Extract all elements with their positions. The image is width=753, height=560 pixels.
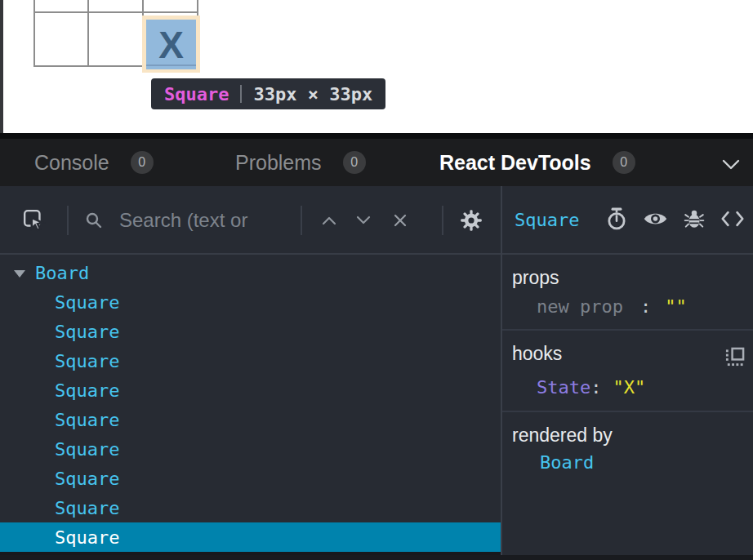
tooltip-separator <box>240 85 242 103</box>
new-prop-row: new prop : "" <box>537 296 753 318</box>
hooks-section: hooks <box>502 331 753 412</box>
inspect-element-icon[interactable] <box>23 209 46 232</box>
tree-row-square-selected[interactable]: Square <box>0 522 501 552</box>
drawer-top-border <box>0 133 753 139</box>
tree-row-board[interactable]: Board <box>0 258 501 287</box>
tree-row-square[interactable]: Square <box>0 464 501 493</box>
tab-problems-badge: 0 <box>343 151 366 174</box>
tab-react-devtools-badge: 0 <box>613 151 635 174</box>
tree-row-label: Square <box>55 469 119 489</box>
devtools-window: X Square 33px × 33px Console 0 Problems … <box>0 0 753 560</box>
tooltip-component-name: Square <box>164 84 229 104</box>
tree-row-square[interactable]: Square <box>0 434 501 464</box>
selected-component-title: Square <box>515 210 579 230</box>
gear-icon[interactable] <box>460 209 483 232</box>
tree-row-label: Square <box>55 498 119 518</box>
react-devtools-panel: Board Square Square Square Square Square… <box>0 186 753 560</box>
state-hook-row: State : "X" <box>537 376 753 399</box>
board-grid-line <box>33 11 198 13</box>
drawer-tabbar: Console 0 Problems 0 React DevTools 0 <box>0 139 753 186</box>
tab-react-devtools-label: React DevTools <box>439 151 591 175</box>
rendered-by-section: rendered by Board <box>502 412 753 502</box>
tree-row-square[interactable]: Square <box>0 317 501 346</box>
element-size-tooltip: Square 33px × 33px <box>151 78 385 109</box>
tree-row-square[interactable]: Square <box>0 405 501 434</box>
parse-hook-names-icon[interactable] <box>724 347 745 371</box>
tooltip-dimensions: 33px × 33px <box>253 84 372 104</box>
square-cell-button[interactable]: X <box>146 20 196 69</box>
page-left-edge <box>0 0 3 133</box>
rendered-by-row: Board <box>540 451 753 474</box>
components-toolbar <box>0 186 501 255</box>
bug-log-data-icon[interactable] <box>684 208 705 233</box>
hooks-label: hooks <box>512 342 753 365</box>
tab-console-label: Console <box>34 151 109 175</box>
props-section: props new prop : "" <box>502 255 753 331</box>
next-result-icon[interactable] <box>356 216 371 225</box>
tree-row-square[interactable]: Square <box>0 346 501 376</box>
state-hook-label: State <box>537 376 590 399</box>
inspector-actions <box>606 186 745 255</box>
search-input[interactable] <box>119 207 295 233</box>
tree-row-square[interactable]: Square <box>0 376 501 405</box>
colon: : <box>640 296 651 318</box>
tree-row-square[interactable]: Square <box>0 493 501 522</box>
tab-console[interactable]: Console 0 <box>34 139 154 186</box>
tree-row-label: Board <box>35 263 89 283</box>
inspect-highlight-gridline <box>146 64 196 66</box>
view-source-icon[interactable] <box>720 211 745 230</box>
clear-search-icon[interactable] <box>393 213 408 228</box>
state-hook-value[interactable]: "X" <box>613 376 645 399</box>
expander-triangle-icon[interactable] <box>14 270 25 278</box>
inspector-header: Square <box>502 186 753 255</box>
board-grid-line <box>33 0 35 67</box>
search-icon <box>85 211 103 229</box>
toolbar-divider <box>442 206 443 235</box>
previous-result-icon[interactable] <box>322 216 336 225</box>
props-label: props <box>512 266 753 289</box>
tab-problems[interactable]: Problems 0 <box>235 139 366 186</box>
tab-problems-label: Problems <box>235 151 322 175</box>
rendered-by-label: rendered by <box>512 424 753 447</box>
tree-row-label: Square <box>55 292 119 313</box>
owner-board-link[interactable]: Board <box>540 451 594 474</box>
tree-row-square[interactable]: Square <box>0 287 501 317</box>
tree-row-label: Square <box>55 380 119 401</box>
tree-row-label: Square <box>55 439 119 460</box>
inspector-pane: Square <box>502 186 753 560</box>
eye-inspect-dom-icon[interactable] <box>643 211 668 230</box>
new-prop-value-input[interactable]: "" <box>665 296 687 318</box>
new-prop-input[interactable]: new prop <box>537 296 623 318</box>
board-grid-line <box>87 0 89 67</box>
tree-row-label: Square <box>55 527 119 548</box>
component-tree: Board Square Square Square Square Square… <box>0 258 501 552</box>
tree-row-label: Square <box>55 410 119 430</box>
tab-console-badge: 0 <box>131 151 154 174</box>
chevron-down-icon[interactable] <box>722 158 740 173</box>
toolbar-divider <box>67 206 69 235</box>
tree-row-label: Square <box>55 322 119 342</box>
tree-row-label: Square <box>55 351 119 371</box>
colon: : <box>590 376 601 399</box>
suspend-timer-icon[interactable] <box>606 207 627 233</box>
inspected-page: X Square 33px × 33px <box>0 0 753 133</box>
tab-react-devtools[interactable]: React DevTools 0 <box>439 139 635 186</box>
toolbar-divider <box>301 206 302 235</box>
